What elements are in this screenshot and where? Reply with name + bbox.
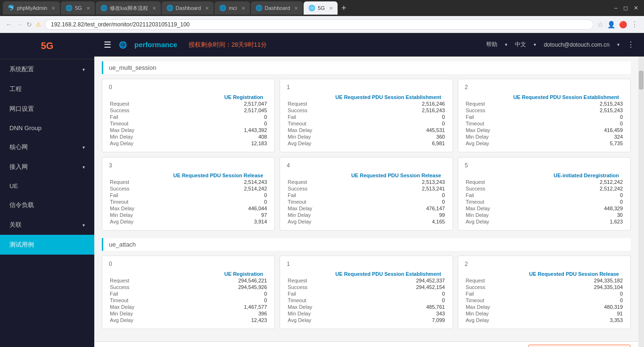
row-label: Timeout <box>110 297 187 303</box>
row-value: 1,443,392 <box>197 127 267 133</box>
reload-button[interactable]: ↻ <box>26 21 32 28</box>
app: 5G 系统配置▾工程网口设置DNN Group核心网▾接入网▾UE信令负载关联▾… <box>0 33 644 347</box>
row-label: Min Delay <box>466 134 552 140</box>
row-value: 448,329 <box>553 206 623 211</box>
row-label: Timeout <box>288 199 373 205</box>
row-value: 396 <box>188 311 267 316</box>
row-label: Min Delay <box>288 212 373 218</box>
row-label: Avg Delay <box>288 219 373 224</box>
row-value: 1,467,577 <box>188 304 267 310</box>
lang-button[interactable]: 中文 <box>515 41 526 49</box>
browser-tab[interactable]: 🌐修改lua脚本流程✕ <box>96 1 161 15</box>
row-value: 0 <box>375 199 445 205</box>
row-value: 0 <box>375 114 445 120</box>
sidebar-item-关联[interactable]: 关联▾ <box>0 215 94 235</box>
row-value: 12,183 <box>197 140 267 146</box>
row-label: Avg Delay <box>110 219 196 224</box>
sidebar-item-label: 网口设置 <box>9 105 34 113</box>
row-label: Request <box>288 101 373 107</box>
sidebar-item-核心网[interactable]: 核心网▾ <box>0 137 94 157</box>
stat-card: 4 UE Requested PDU Session ReleaseReques… <box>280 157 453 231</box>
extension-icon[interactable]: 🔴 <box>619 21 627 28</box>
new-tab-button[interactable]: + <box>339 3 349 13</box>
row-label: Max Delay <box>288 304 365 310</box>
row-label: Min Delay <box>288 134 373 140</box>
user-button[interactable]: dotouch@dotouch.com.cn <box>544 41 610 48</box>
forward-button[interactable]: → <box>16 21 23 28</box>
lang-chevron: ▾ <box>534 42 536 47</box>
sidebar-item-信令负载[interactable]: 信令负载 <box>0 195 94 215</box>
sidebar-item-网口设置[interactable]: 网口设置 <box>0 99 94 119</box>
browser-tab[interactable]: 🐬phpMyAdmin✕ <box>3 1 60 15</box>
menu-icon[interactable]: ⋮ <box>631 20 638 29</box>
sidebar-item-DNN Group[interactable]: DNN Group <box>0 119 94 137</box>
row-value: 446,044 <box>197 206 267 211</box>
row-label: UE Registration <box>110 94 267 100</box>
row-value: 294,546,221 <box>188 278 267 283</box>
browser-tab[interactable]: 🌐mci✕ <box>215 1 249 15</box>
row-label: UE-initiated Deregistration <box>466 173 623 178</box>
row-label: UE Requested PDU Session Establishment <box>466 94 623 100</box>
row-label: Max Delay <box>288 206 373 211</box>
row-value: 6,981 <box>375 140 445 146</box>
row-label: Avg Delay <box>288 140 373 146</box>
sidebar-item-UE[interactable]: UE <box>0 177 94 195</box>
row-value: 97 <box>197 212 267 218</box>
browser-tab[interactable]: 🌐Dashboard✕ <box>251 1 303 15</box>
row-value: 0 <box>544 291 623 297</box>
sidebar-item-接入网[interactable]: 接入网▾ <box>0 157 94 177</box>
sidebar-item-系统配置[interactable]: 系统配置▾ <box>0 59 94 79</box>
row-value: 0 <box>366 297 445 303</box>
card-index: 1 <box>287 261 446 267</box>
row-value: 445,531 <box>375 127 445 133</box>
row-label: Success <box>110 107 196 113</box>
close-button[interactable]: ✕ <box>634 5 638 11</box>
address-input[interactable]: 192.168.2.82/test_order/monitor/20211203… <box>45 19 594 30</box>
row-label: UE Requested PDU Session Release <box>466 271 623 277</box>
hamburger-icon[interactable]: ☰ <box>104 40 111 50</box>
help-button[interactable]: 帮助 <box>486 41 497 49</box>
back-button[interactable]: ← <box>6 21 12 28</box>
scrollbar-track[interactable] <box>638 57 644 347</box>
sidebar-item-label: 工程 <box>9 85 22 93</box>
row-label: Timeout <box>466 297 543 303</box>
row-value: 2,512,242 <box>553 186 623 191</box>
more-icon[interactable]: ⋮ <box>627 40 635 49</box>
bookmark-icon[interactable]: ☆ <box>597 21 603 28</box>
card-index: 1 <box>287 84 446 91</box>
row-label: Request <box>110 278 187 283</box>
help-chevron: ▾ <box>505 42 507 47</box>
card-index: 2 <box>465 261 624 267</box>
row-label: Request <box>110 101 196 107</box>
stat-card: 5 UE-initiated DeregistrationRequest2,51… <box>458 157 631 231</box>
row-value: 476,147 <box>375 206 445 211</box>
row-value: 2,517,045 <box>197 107 267 113</box>
row-label: Fail <box>288 192 373 198</box>
row-value: 343 <box>366 311 445 316</box>
sidebar-item-label: UE <box>9 182 18 190</box>
row-label: Fail <box>288 291 365 297</box>
browser-tab[interactable]: 🌐5G✕ <box>61 1 95 15</box>
minimize-button[interactable]: – <box>614 5 618 11</box>
row-value: 485,761 <box>366 304 445 310</box>
restore-button[interactable]: ◻ <box>623 5 628 11</box>
row-value: 2,513,241 <box>375 186 445 191</box>
browser-tab[interactable]: 🌐Dashboard✕ <box>162 1 214 15</box>
sidebar-item-label: 测试用例 <box>9 240 34 249</box>
ue-multi-session-header: ue_multi_session <box>102 61 631 74</box>
sidebar-item-工程[interactable]: 工程 <box>0 79 94 99</box>
sidebar-item-label: 接入网 <box>9 163 28 171</box>
sidebar-item-测试用例[interactable]: 测试用例 <box>0 235 94 255</box>
row-value: 416,459 <box>553 127 623 133</box>
topbar-right: 帮助 ▾ 中文 ▾ dotouch@dotouch.com.cn ▾ ⋮ <box>486 40 635 49</box>
profile-icon[interactable]: 👤 <box>607 21 615 28</box>
row-value: 0 <box>197 192 267 198</box>
row-label: Max Delay <box>466 127 552 133</box>
row-value: 2,517,047 <box>197 101 267 107</box>
sidebar: 5G 系统配置▾工程网口设置DNN Group核心网▾接入网▾UE信令负载关联▾… <box>0 33 94 347</box>
browser-tab[interactable]: 🌐5G✕ <box>304 1 338 15</box>
ue-multi-session-grid: 0 UE RegistrationRequest2,517,047Success… <box>102 79 631 231</box>
scrollbar-thumb[interactable] <box>639 71 644 90</box>
card-index: 0 <box>109 261 268 267</box>
security-warning-icon: ⚠ <box>36 21 41 28</box>
